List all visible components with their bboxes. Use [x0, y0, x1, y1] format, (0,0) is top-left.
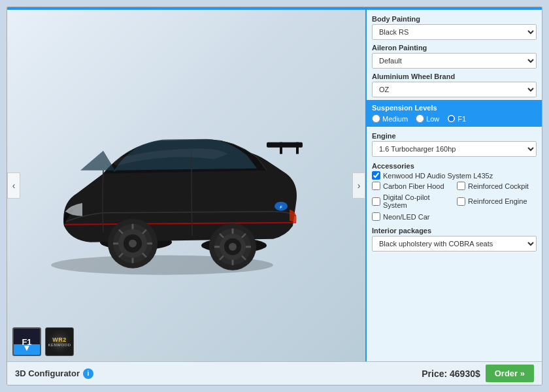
neon-led-checkbox-item[interactable]: Neon/LED Car	[372, 212, 452, 221]
reinforced-engine-label: Reinforced Engine	[468, 197, 527, 205]
carbon-hood-label: Carbon Fiber Hood	[383, 182, 444, 190]
wr2-badge: WR2 KENWOOD	[45, 327, 74, 356]
aileron-painting-label: Aileron Painting	[372, 44, 537, 52]
info-button[interactable]: i	[83, 368, 93, 379]
reinforced-cockpit-checkbox-item[interactable]: Reinforced Cockpit	[457, 182, 537, 190]
svg-rect-32	[280, 142, 282, 154]
digital-copilot-checkbox[interactable]	[372, 197, 380, 206]
order-label: Order »	[495, 368, 525, 378]
svg-point-17	[129, 240, 137, 248]
engine-select[interactable]: 1.6 Turbocharger 160hp 2.0 Turbocharger …	[372, 141, 537, 157]
digital-copilot-checkbox-item[interactable]: Digital Co-pilot System	[372, 193, 452, 209]
engine-section: Engine 1.6 Turbocharger 160hp 2.0 Turboc…	[372, 132, 537, 157]
accessories-grid: Carbon Fiber Hood Reinforced Cockpit Dig…	[372, 182, 537, 223]
configurator-title-area: 3D Configurator i	[15, 368, 416, 379]
digital-copilot-label: Digital Co-pilot System	[383, 193, 452, 209]
kenwood-label: KENWOOD	[48, 343, 71, 347]
svg-point-30	[229, 243, 237, 251]
wheel-brand-section: Aluminium Wheel Brand OZ BBS Enkei	[372, 73, 537, 97]
reinforced-cockpit-checkbox[interactable]	[457, 182, 465, 190]
interior-section: Interior packages Black upholstery with …	[372, 227, 537, 252]
left-arrow-button[interactable]: ‹	[7, 172, 20, 199]
suspension-low-radio[interactable]	[416, 114, 424, 123]
suspension-options: Medium Low F1	[372, 114, 537, 123]
carbon-hood-checkbox-item[interactable]: Carbon Fiber Hood	[372, 182, 452, 190]
right-arrow-button[interactable]: ›	[352, 172, 365, 199]
reinforced-engine-checkbox[interactable]	[457, 197, 465, 206]
car-view: F	[7, 10, 365, 361]
right-chevron-icon: ›	[358, 180, 361, 191]
app-title: 3D Configurator	[15, 368, 80, 378]
kenwood-checkbox-item[interactable]: Kenwood HD Audio System L435z	[372, 171, 537, 180]
suspension-low-option[interactable]: Low	[416, 114, 439, 123]
price-display: Price: 46930$	[422, 368, 480, 379]
wr2-label: WR2	[52, 336, 67, 343]
left-chevron-icon: ‹	[12, 180, 16, 191]
svg-text:F: F	[280, 205, 282, 209]
reinforced-cockpit-label: Reinforced Cockpit	[468, 182, 529, 190]
suspension-section: Suspension Levels Medium Low F1	[367, 100, 542, 127]
neon-led-checkbox[interactable]	[372, 212, 380, 221]
f1-badge: F1 ▼	[12, 327, 41, 356]
order-button[interactable]: Order »	[486, 365, 534, 382]
carbon-hood-checkbox[interactable]	[372, 182, 380, 190]
body-painting-label: Body Painting	[372, 15, 537, 23]
content-area: F	[7, 10, 542, 361]
kenwood-checkbox[interactable]	[372, 171, 380, 180]
aileron-painting-select[interactable]: Default Black Carbon	[372, 53, 537, 69]
suspension-label: Suspension Levels	[372, 104, 537, 112]
interior-label: Interior packages	[372, 227, 537, 235]
aileron-painting-section: Aileron Painting Default Black Carbon	[372, 44, 537, 69]
suspension-f1-label: F1	[458, 115, 466, 123]
body-painting-section: Body Painting Black RS White RS Red RS B…	[372, 15, 537, 40]
suspension-low-label: Low	[426, 115, 439, 123]
accessories-label: Accessories	[372, 162, 537, 170]
suspension-medium-option[interactable]: Medium	[372, 114, 408, 123]
suspension-f1-radio[interactable]	[447, 114, 456, 123]
wheel-brand-select[interactable]: OZ BBS Enkei	[372, 82, 537, 97]
badges-area: F1 ▼ WR2 KENWOOD	[12, 327, 74, 356]
engine-label: Engine	[372, 132, 537, 140]
main-container: F	[7, 7, 542, 385]
wr2-inner: WR2 KENWOOD	[48, 330, 71, 353]
app-wrapper: F	[0, 0, 549, 392]
accessories-section: Accessories Kenwood HD Audio System L435…	[372, 162, 537, 223]
svg-rect-33	[296, 142, 299, 154]
bottom-bar: 3D Configurator i Price: 46930$ Order »	[7, 361, 542, 385]
car-illustration: F	[25, 108, 312, 280]
config-panel: Body Painting Black RS White RS Red RS B…	[365, 10, 542, 361]
arrow-down-icon: ▼	[22, 343, 31, 352]
reinforced-engine-checkbox-item[interactable]: Reinforced Engine	[457, 193, 537, 209]
neon-led-label: Neon/LED Car	[383, 213, 430, 221]
body-painting-select[interactable]: Black RS White RS Red RS Blue RS	[372, 24, 537, 40]
suspension-medium-radio[interactable]	[372, 114, 380, 123]
interior-select[interactable]: Black upholstery with COBRA seats Red up…	[372, 236, 537, 252]
wheel-brand-label: Aluminium Wheel Brand	[372, 73, 537, 80]
suspension-medium-label: Medium	[382, 115, 408, 123]
suspension-f1-option[interactable]: F1	[447, 114, 466, 123]
kenwood-item-label: Kenwood HD Audio System L435z	[383, 172, 493, 180]
